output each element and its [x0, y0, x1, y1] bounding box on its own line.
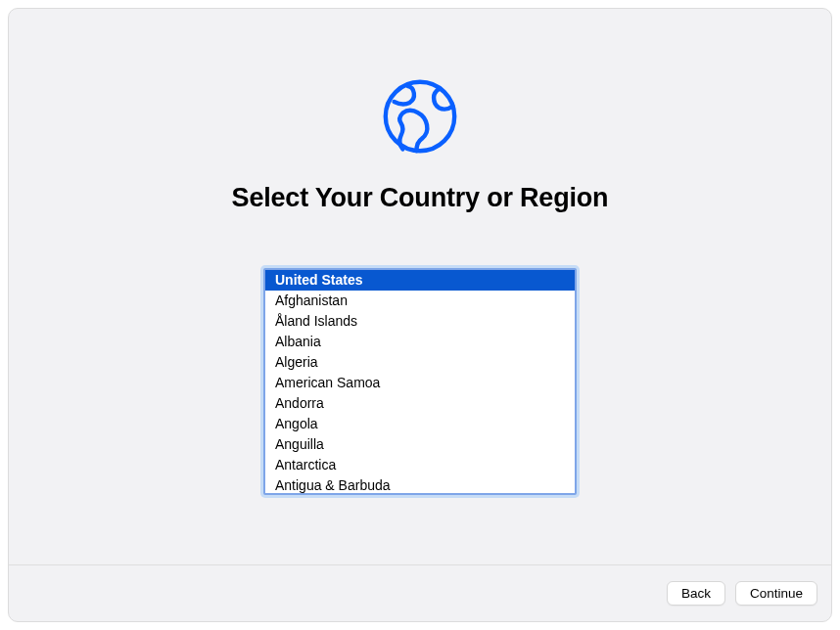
country-option[interactable]: Algeria	[265, 352, 575, 373]
country-listbox[interactable]: United StatesAfghanistanÅland IslandsAlb…	[263, 268, 577, 495]
page-title: Select Your Country or Region	[232, 183, 609, 213]
back-button[interactable]: Back	[667, 581, 725, 606]
country-option[interactable]: Afghanistan	[265, 291, 575, 311]
country-option[interactable]: Angola	[265, 414, 575, 434]
country-option[interactable]: Åland Islands	[265, 311, 575, 332]
country-option[interactable]: United States	[265, 270, 575, 291]
country-option[interactable]: Antigua & Barbuda	[265, 475, 575, 495]
content-area: Select Your Country or Region United Sta…	[9, 9, 831, 564]
country-option[interactable]: Andorra	[265, 393, 575, 414]
footer-bar: Back Continue	[9, 564, 831, 621]
continue-button[interactable]: Continue	[735, 581, 817, 606]
country-option[interactable]: Albania	[265, 332, 575, 352]
setup-window: Select Your Country or Region United Sta…	[8, 8, 832, 622]
country-option[interactable]: American Samoa	[265, 373, 575, 393]
country-option[interactable]: Anguilla	[265, 434, 575, 455]
globe-icon	[377, 73, 463, 159]
country-option[interactable]: Antarctica	[265, 455, 575, 475]
